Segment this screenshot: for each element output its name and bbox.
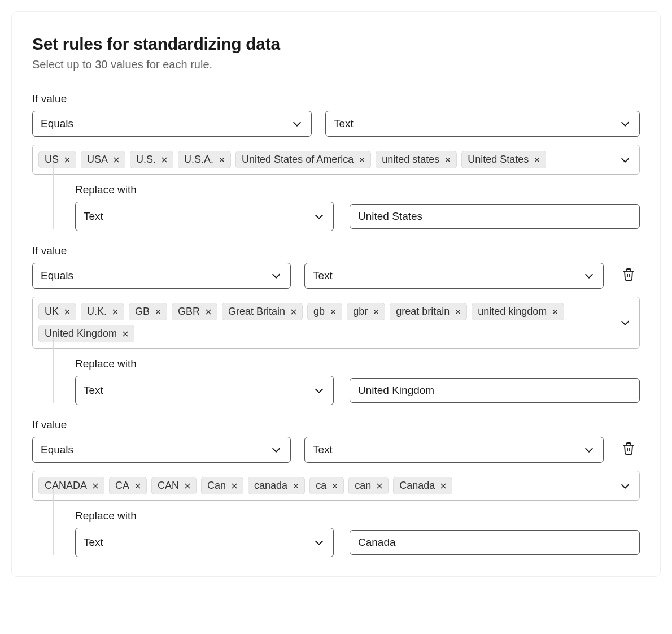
chevron-down-icon <box>270 444 282 456</box>
close-icon[interactable] <box>454 308 462 316</box>
replace-col: Replace withText <box>75 358 334 405</box>
close-icon[interactable] <box>533 156 541 164</box>
type-select[interactable]: Text <box>304 437 604 463</box>
close-icon[interactable] <box>218 156 226 164</box>
value-tag: CANADA <box>38 477 104 494</box>
value-tag: United States <box>461 151 546 168</box>
close-icon[interactable] <box>551 308 559 316</box>
operator-value: Equals <box>41 118 73 130</box>
type-value: Text <box>313 444 333 456</box>
replace-type-select[interactable]: Text <box>75 202 334 231</box>
operator-select[interactable]: Equals <box>32 111 312 137</box>
values-multiselect[interactable]: US USA U.S. U.S.A. United States of Amer… <box>32 145 640 175</box>
value-tag: canada <box>248 477 305 494</box>
chevron-down-icon <box>313 536 325 549</box>
chevron-down-icon <box>270 270 282 282</box>
operator-select[interactable]: Equals <box>32 437 291 463</box>
value-tag-label: United States of America <box>242 154 354 166</box>
value-tag-label: great britain <box>396 306 450 318</box>
connector-bar <box>53 489 54 555</box>
close-icon[interactable] <box>111 308 119 316</box>
value-tag-label: USA <box>87 154 108 166</box>
close-icon[interactable] <box>112 156 120 164</box>
value-tag-label: united kingdom <box>478 306 547 318</box>
value-tag-label: U.S. <box>136 154 156 166</box>
operator-select[interactable]: Equals <box>32 263 291 289</box>
close-icon[interactable] <box>358 156 366 164</box>
close-icon[interactable] <box>160 156 168 164</box>
value-tag-label: US <box>45 154 59 166</box>
close-icon[interactable] <box>63 308 71 316</box>
value-tag: USA <box>81 151 125 168</box>
value-tag: gbr <box>347 303 385 320</box>
replace-row: Replace withText Canada <box>32 510 640 557</box>
rule-block: If valueEquals Text UK U.K. GB GBR Great… <box>32 245 640 405</box>
delete-rule-button[interactable] <box>617 437 640 463</box>
value-tag-label: GBR <box>178 306 200 318</box>
page-title: Set rules for standardizing data <box>32 34 640 54</box>
replace-col: Replace withText <box>75 510 334 557</box>
values-multiselect[interactable]: CANADA CA CAN Can canada ca can Canada <box>32 471 640 501</box>
close-icon[interactable] <box>439 482 447 490</box>
value-tag: GBR <box>172 303 217 320</box>
rule-block: If valueEquals Text CANADA CA CAN Can ca… <box>32 419 640 557</box>
value-tag-label: gb <box>313 306 325 318</box>
chevron-down-icon <box>313 384 325 397</box>
close-icon[interactable] <box>204 308 212 316</box>
replace-value-input[interactable]: United Kingdom <box>350 378 640 403</box>
type-select[interactable]: Text <box>304 263 604 289</box>
chevron-down-icon <box>619 118 631 130</box>
if-value-label: If value <box>32 419 640 431</box>
connector-bar <box>53 163 54 229</box>
value-tag: gb <box>307 303 342 320</box>
value-tag-label: united states <box>382 154 439 166</box>
close-icon[interactable] <box>184 482 191 490</box>
value-tag-label: U.S.A. <box>184 154 213 166</box>
connector-bar <box>53 337 54 403</box>
replace-value-input[interactable]: Canada <box>350 530 640 555</box>
chevron-down-icon <box>313 210 325 223</box>
chevron-down-icon <box>583 444 595 456</box>
value-tag: U.K. <box>81 303 124 320</box>
value-tag-label: United Kingdom <box>45 328 117 340</box>
chevron-down-icon <box>619 154 631 166</box>
value-tag-label: gbr <box>353 306 368 318</box>
value-tag: CAN <box>151 477 197 494</box>
replace-type-value: Text <box>84 536 103 549</box>
replace-value-input[interactable]: United States <box>350 204 640 229</box>
close-icon[interactable] <box>134 482 142 490</box>
value-tag: GB <box>129 303 167 320</box>
delete-rule-button[interactable] <box>617 263 640 289</box>
value-tag-label: CAN <box>158 480 179 492</box>
replace-with-label: Replace with <box>75 184 334 196</box>
type-select[interactable]: Text <box>325 111 640 137</box>
close-icon[interactable] <box>331 482 339 490</box>
value-tag: can <box>348 477 389 494</box>
type-value: Text <box>313 270 333 282</box>
value-tag-label: Can <box>207 480 226 492</box>
value-tag-label: UK <box>45 306 59 318</box>
close-icon[interactable] <box>444 156 452 164</box>
close-icon[interactable] <box>376 482 383 490</box>
value-tag: U.S.A. <box>178 151 231 168</box>
close-icon[interactable] <box>91 482 99 490</box>
value-tag-label: United States <box>468 154 529 166</box>
close-icon[interactable] <box>372 308 380 316</box>
value-tag-label: GB <box>135 306 150 318</box>
value-tag: ca <box>309 477 344 494</box>
close-icon[interactable] <box>292 482 300 490</box>
close-icon[interactable] <box>154 308 162 316</box>
value-tag: U.S. <box>130 151 173 168</box>
if-value-label: If value <box>32 93 640 105</box>
close-icon[interactable] <box>230 482 238 490</box>
rule-block: If valueEquals Text US USA U.S. U.S.A. U… <box>32 93 640 231</box>
close-icon[interactable] <box>63 156 71 164</box>
chevron-down-icon <box>619 316 631 329</box>
close-icon[interactable] <box>121 330 129 338</box>
condition-row: Equals Text <box>32 437 640 463</box>
close-icon[interactable] <box>329 308 337 316</box>
values-multiselect[interactable]: UK U.K. GB GBR Great Britain gb gbr grea… <box>32 297 640 349</box>
replace-type-select[interactable]: Text <box>75 528 334 557</box>
close-icon[interactable] <box>290 308 298 316</box>
replace-type-select[interactable]: Text <box>75 376 334 405</box>
